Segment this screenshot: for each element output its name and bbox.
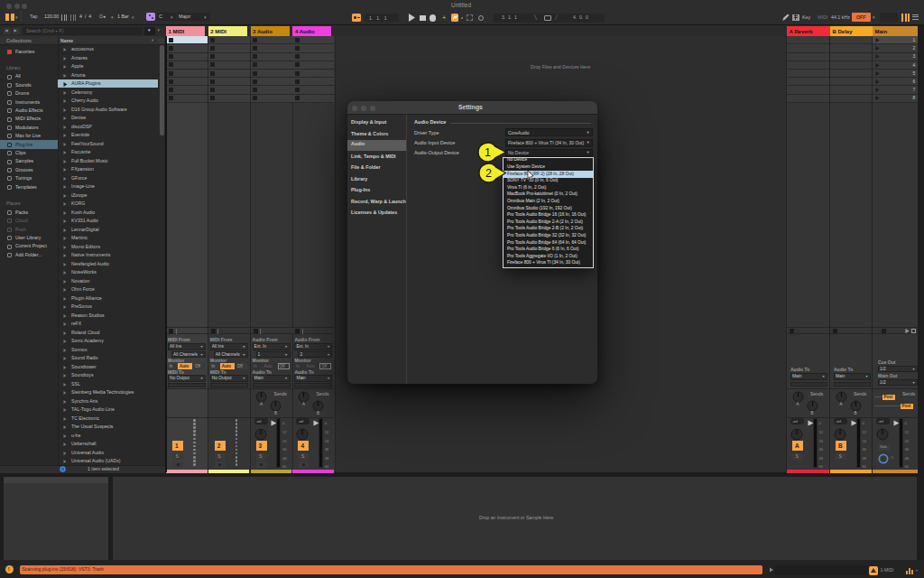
svg-text:1: 1 [485, 146, 491, 159]
svg-text:2: 2 [485, 167, 492, 180]
